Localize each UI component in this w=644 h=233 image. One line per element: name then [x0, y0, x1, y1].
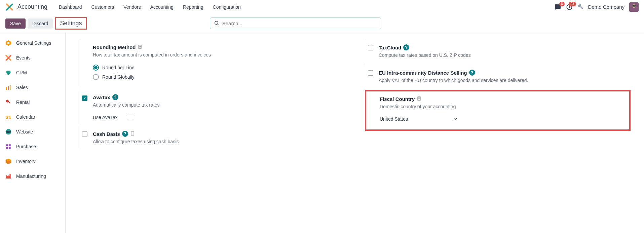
sidebar-item-events[interactable]: Events: [0, 50, 65, 65]
svg-point-5: [634, 5, 636, 6]
sidebar-item-website[interactable]: Website: [0, 124, 65, 139]
setting-cash-basis: Cash Basis ? Allow to configure taxes us…: [79, 126, 345, 150]
debug-icon[interactable]: [577, 3, 583, 10]
setting-title-label: EU Intra-community Distance Selling: [379, 70, 467, 76]
sidebar-item-calendar[interactable]: 31 Calendar: [0, 110, 65, 124]
manufacturing-icon: [5, 172, 12, 180]
setting-desc: Domestic country of your accounting: [380, 103, 623, 110]
radio-label: Round Globally: [102, 74, 135, 80]
search-icon: [214, 20, 219, 27]
svg-rect-19: [6, 147, 8, 149]
building-icon: [417, 96, 421, 102]
building-icon: [130, 131, 135, 137]
sidebar-item-rental[interactable]: Rental: [0, 95, 65, 110]
sidebar-item-label: Purchase: [16, 144, 36, 149]
user-avatar[interactable]: [629, 2, 639, 12]
menu-accounting[interactable]: Accounting: [146, 2, 178, 12]
setting-eu-distance-selling: EU Intra-community Distance Selling ? Ap…: [365, 65, 631, 89]
sidebar-item-label: Website: [16, 129, 33, 134]
menu-dashboard[interactable]: Dashboard: [55, 2, 86, 12]
setting-rounding-method: Rounding Method How total tax amount is …: [79, 40, 345, 88]
app-logo-icon[interactable]: [5, 3, 13, 11]
help-icon[interactable]: ?: [112, 94, 118, 100]
save-button[interactable]: Save: [5, 18, 26, 29]
svg-rect-14: [8, 101, 10, 104]
svg-rect-11: [8, 86, 9, 90]
events-icon: [5, 54, 12, 62]
sidebar-item-label: CRM: [16, 70, 27, 75]
dropdown-value: United States: [380, 116, 408, 122]
sidebar-item-label: Calendar: [16, 114, 35, 120]
sidebar-item-label: General Settings: [16, 40, 51, 46]
top-menu-bar: Accounting Dashboard Customers Vendors A…: [0, 0, 644, 14]
svg-line-7: [218, 24, 219, 25]
menu-reporting[interactable]: Reporting: [179, 2, 207, 12]
radio-icon: [93, 65, 99, 71]
website-icon: [5, 128, 12, 135]
activities-icon[interactable]: 21: [566, 4, 573, 10]
sidebar-item-label: Inventory: [16, 159, 36, 164]
help-icon[interactable]: ?: [469, 70, 475, 76]
menu-vendors[interactable]: Vendors: [119, 2, 145, 12]
sidebar-item-manufacturing[interactable]: Manufacturing: [0, 169, 65, 184]
messages-count: 6: [559, 2, 565, 6]
use-avatax-checkbox[interactable]: [128, 115, 133, 120]
radio-label: Round per Line: [102, 65, 135, 70]
setting-title-label: Rounding Method: [93, 44, 136, 50]
menu-configuration[interactable]: Configuration: [209, 2, 245, 12]
settings-content[interactable]: Rounding Method How total tax amount is …: [66, 33, 644, 233]
search-wrap: [210, 17, 381, 29]
cashbasis-checkbox[interactable]: [82, 131, 87, 137]
sidebar-item-sales[interactable]: Sales: [0, 80, 65, 95]
svg-rect-30: [131, 131, 134, 135]
svg-point-6: [215, 21, 218, 24]
svg-rect-20: [9, 147, 11, 149]
building-icon: [138, 44, 142, 50]
settings-sidebar[interactable]: General Settings Events CRM Sales Rental…: [0, 33, 66, 233]
sidebar-item-general-settings[interactable]: General Settings: [0, 36, 65, 50]
setting-avatax: AvaTax ? Automatically compute tax rates…: [79, 89, 345, 125]
setting-title-label: AvaTax: [93, 94, 110, 100]
fiscal-country-highlight: Fiscal Country Domestic country of your …: [365, 90, 631, 131]
help-icon[interactable]: ?: [122, 131, 128, 137]
fiscal-country-dropdown[interactable]: United States: [380, 115, 457, 123]
crm-icon: [5, 69, 12, 76]
taxcloud-checkbox[interactable]: [368, 45, 373, 50]
search-input[interactable]: [210, 17, 381, 29]
discard-button[interactable]: Discard: [28, 18, 53, 29]
radio-round-per-line[interactable]: Round per Line: [93, 65, 345, 71]
avatax-checkbox[interactable]: [82, 95, 87, 101]
setting-desc: Compute tax rates based on U.S. ZIP code…: [379, 52, 631, 59]
eu-checkbox[interactable]: [368, 70, 373, 76]
svg-rect-37: [418, 97, 420, 101]
action-bar: Save Discard Settings: [0, 14, 644, 33]
main: General Settings Events CRM Sales Rental…: [0, 33, 644, 233]
svg-rect-17: [6, 144, 8, 146]
menu-customers[interactable]: Customers: [87, 2, 118, 12]
company-switcher[interactable]: Demo Company: [588, 4, 624, 10]
setting-taxcloud: TaxCloud ? Compute tax rates based on U.…: [365, 40, 631, 64]
radio-round-globally[interactable]: Round Globally: [93, 74, 345, 80]
app-name[interactable]: Accounting: [17, 3, 47, 10]
messages-icon[interactable]: 6: [555, 4, 561, 10]
sidebar-item-label: Events: [16, 55, 31, 61]
setting-title-label: Fiscal Country: [380, 96, 415, 102]
use-avatax-label: Use AvaTax: [93, 115, 118, 120]
radio-icon: [93, 74, 99, 80]
svg-rect-10: [6, 87, 7, 90]
topbar-left: Accounting Dashboard Customers Vendors A…: [5, 2, 245, 12]
svg-point-13: [6, 100, 9, 103]
svg-rect-12: [10, 85, 11, 90]
help-icon[interactable]: ?: [403, 44, 409, 50]
sidebar-item-inventory[interactable]: Inventory: [0, 154, 65, 169]
setting-desc: Apply VAT of the EU country to which goo…: [379, 77, 631, 84]
gear-icon: [5, 39, 12, 47]
sidebar-item-crm[interactable]: CRM: [0, 65, 65, 80]
setting-desc: Automatically compute tax rates: [93, 102, 345, 109]
sidebar-item-purchase[interactable]: Purchase: [0, 139, 65, 154]
svg-point-9: [7, 42, 10, 44]
topbar-right: 6 21 Demo Company: [555, 2, 639, 12]
svg-rect-18: [9, 144, 11, 146]
sidebar-item-label: Sales: [16, 85, 28, 90]
sidebar-item-label: Rental: [16, 100, 30, 105]
